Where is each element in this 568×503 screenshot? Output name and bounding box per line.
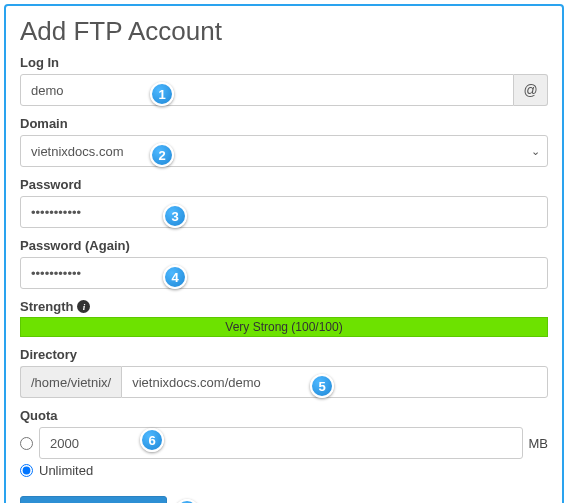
directory-prefix: /home/vietnix/ (20, 366, 121, 398)
directory-group: Directory /home/vietnix/ 5 (20, 347, 548, 398)
callout-5: 5 (310, 374, 334, 398)
page-title: Add FTP Account (20, 16, 548, 47)
password-label: Password (20, 177, 548, 192)
callout-4: 4 (163, 265, 187, 289)
callout-7: 7 (175, 499, 199, 503)
submit-group: Create FTP Account 7 (20, 488, 548, 503)
strength-bar-text: Very Strong (100/100) (225, 320, 342, 334)
domain-label: Domain (20, 116, 548, 131)
callout-2: 2 (150, 143, 174, 167)
strength-label: Strength (20, 299, 73, 314)
login-at-addon: @ (514, 74, 548, 106)
quota-unlimited-radio[interactable] (20, 464, 33, 477)
directory-input-row: /home/vietnix/ (20, 366, 548, 398)
login-input[interactable] (20, 74, 514, 106)
directory-input[interactable] (121, 366, 548, 398)
password-group: Password 3 (20, 177, 548, 228)
info-icon: i (77, 300, 90, 313)
domain-select[interactable]: vietnixdocs.com (20, 135, 548, 167)
quota-unlimited-label: Unlimited (39, 463, 93, 478)
quota-mb-radio[interactable] (20, 437, 33, 450)
quota-group: Quota MB Unlimited 6 (20, 408, 548, 478)
login-group: Log In @ 1 (20, 55, 548, 106)
password-input[interactable] (20, 196, 548, 228)
password-again-group: Password (Again) 4 (20, 238, 548, 289)
password-again-input[interactable] (20, 257, 548, 289)
add-ftp-account-panel: Add FTP Account Log In @ 1 Domain vietni… (4, 4, 564, 503)
strength-label-row: Strength i (20, 299, 548, 314)
quota-unlimited-row: Unlimited (20, 463, 548, 478)
callout-3: 3 (163, 204, 187, 228)
domain-select-wrap: vietnixdocs.com ⌄ (20, 135, 548, 167)
directory-label: Directory (20, 347, 548, 362)
login-label: Log In (20, 55, 548, 70)
quota-mb-row: MB (20, 427, 548, 459)
quota-mb-unit: MB (529, 436, 549, 451)
strength-group: Strength i Very Strong (100/100) (20, 299, 548, 337)
quota-label: Quota (20, 408, 548, 423)
login-input-row: @ (20, 74, 548, 106)
domain-group: Domain vietnixdocs.com ⌄ 2 (20, 116, 548, 167)
password-again-label: Password (Again) (20, 238, 548, 253)
quota-mb-input[interactable] (39, 427, 523, 459)
callout-1: 1 (150, 82, 174, 106)
create-ftp-account-button[interactable]: Create FTP Account (20, 496, 167, 503)
callout-6: 6 (140, 428, 164, 452)
strength-bar: Very Strong (100/100) (20, 317, 548, 337)
